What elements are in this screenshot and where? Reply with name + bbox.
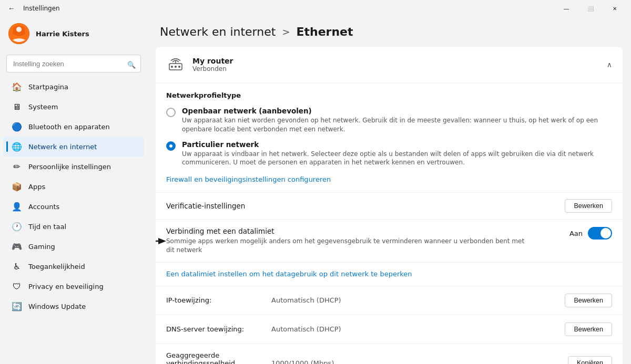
titlebar-title: Instellingen [23,5,60,12]
sidebar-item-toegankelijkheid[interactable]: ♿ Toegankelijkheid [3,256,144,276]
datalimiet-desc: Sommige apps werken mogelijk anders om h… [166,237,534,255]
avatar-graphic [8,23,29,44]
radio-particulier[interactable] [166,141,176,151]
ip-label-2: Geaggregeerde verbindingssnelheid (ontva… [166,351,271,364]
sidebar-item-tijd[interactable]: 🕐 Tijd en taal [3,216,144,236]
nav-icon-systeem: 🖥 [12,101,22,112]
nav-icon-persoonlijk: ✏ [12,161,22,172]
search-container: 🔍 [0,53,147,77]
search-icon: 🔍 [127,61,136,69]
sidebar-item-privacy[interactable]: 🛡 Privacy en beveiliging [3,276,144,296]
nav-label-apps: Apps [28,183,45,191]
sidebar-item-accounts[interactable]: 👤 Accounts [3,196,144,216]
svg-marker-8 [158,238,166,244]
back-button[interactable]: ← [4,1,19,16]
ip-row-1: DNS-server toewijzing: Automatisch (DHCP… [156,315,623,344]
ip-value-1: Automatisch (DHCP) [271,325,565,333]
maximize-button[interactable]: ⬜ [578,0,603,17]
main-content: Netwerk en internet > Ethernet [147,17,631,364]
router-icon [166,55,185,74]
ip-label-1: DNS-server toewijzing: [166,325,271,333]
radio-option-openbaar[interactable]: Openbaar netwerk (aanbevolen) Uw apparaa… [166,107,612,134]
nav-label-systeem: Systeem [28,103,58,111]
ip-row-0: IP-toewijzing: Automatisch (DHCP) Bewerk… [156,286,623,315]
sidebar: Harrie Kisters 🔍 🏠 Startpagina 🖥 Systeem… [0,17,147,364]
sidebar-item-systeem[interactable]: 🖥 Systeem [3,97,144,117]
radio-particulier-label: Particulier netwerk [182,140,612,149]
app-body: Harrie Kisters 🔍 🏠 Startpagina 🖥 Systeem… [0,17,631,364]
datalimiet-toggle[interactable] [588,227,612,240]
nav-list: 🏠 Startpagina 🖥 Systeem 🔵 Bluetooth en a… [0,77,147,316]
nav-label-privacy: Privacy en beveiliging [28,283,104,290]
close-button[interactable]: ✕ [603,0,627,17]
datalimiet-right: Aan [569,227,612,240]
search-input[interactable] [6,55,141,72]
sidebar-item-windows_update[interactable]: 🔄 Windows Update [3,296,144,316]
nav-icon-toegankelijkheid: ♿ [12,261,22,272]
back-icon: ← [8,4,15,13]
sidebar-item-netwerk[interactable]: 🌐 Netwerk en internet [3,137,144,157]
router-info: My router Verbonden [166,55,233,74]
router-header: My router Verbonden ∧ [156,47,623,83]
ip-button-1[interactable]: Bewerken [565,323,612,336]
verificatie-label: Verificatie-instellingen [166,202,245,210]
sidebar-item-gaming[interactable]: 🎮 Gaming [3,236,144,256]
network-profile-title: Netwerkprofieltype [166,91,612,99]
user-profile: Harrie Kisters [0,17,147,53]
svg-point-4 [175,66,177,68]
router-svg [167,56,184,73]
nav-label-bluetooth: Bluetooth en apparaten [28,123,110,131]
minimize-button[interactable]: — [554,0,578,17]
nav-icon-tijd: 🕐 [12,221,22,232]
nav-label-accounts: Accounts [28,203,59,211]
nav-icon-apps: 📦 [12,181,22,192]
nav-label-persoonlijk: Persoonlijke instellingen [28,163,111,171]
sidebar-item-bluetooth[interactable]: 🔵 Bluetooth en apparaten [3,117,144,137]
datalimiet-row: Verbinding met een datalimiet Sommige ap… [156,220,623,263]
datalimiet-link[interactable]: Een datalimiet instellen om het datagebr… [166,270,412,278]
radio-openbaar[interactable] [166,108,176,117]
svg-point-3 [171,66,173,68]
nav-icon-gaming: 🎮 [12,241,22,252]
radio-particulier-content: Particulier netwerk Uw apparaat is vindb… [182,140,612,168]
toggle-label: Aan [569,230,583,237]
radio-particulier-desc: Uw apparaat is vindbaar in het netwerk. … [182,150,612,168]
svg-point-1 [16,27,22,32]
avatar [8,23,29,44]
breadcrumb-parent: Netwerk en internet [160,25,276,38]
ip-value-2: 1000/1000 (Mbps) [271,359,568,364]
sidebar-item-persoonlijk[interactable]: ✏ Persoonlijke instellingen [3,157,144,176]
arrow-svg [156,236,166,246]
ip-value-0: Automatisch (DHCP) [271,296,565,304]
content-card: My router Verbonden ∧ Netwerkprofieltype… [156,47,623,364]
datalimiet-title: Verbinding met een datalimiet [166,227,559,235]
datalimiet-link-row: Een datalimiet instellen om het datagebr… [156,263,623,286]
datalimiet-wrapper: Verbinding met een datalimiet Sommige ap… [156,220,623,263]
verificatie-button[interactable]: Bewerken [565,199,612,213]
nav-icon-netwerk: 🌐 [12,141,22,152]
datalimiet-left: Verbinding met een datalimiet Sommige ap… [166,227,559,255]
sidebar-item-apps[interactable]: 📦 Apps [3,176,144,196]
nav-label-tijd: Tijd en taal [28,223,66,231]
breadcrumb-current: Ethernet [296,25,353,38]
nav-icon-privacy: 🛡 [12,281,22,292]
arrow-annotation [156,236,166,246]
ip-button-2[interactable]: Kopiëren [568,356,612,364]
chevron-up-icon[interactable]: ∧ [607,60,612,69]
titlebar: ← Instellingen — ⬜ ✕ [0,0,631,17]
titlebar-left: ← Instellingen [4,1,60,16]
ip-button-0[interactable]: Bewerken [565,294,612,307]
sidebar-item-startpagina[interactable]: 🏠 Startpagina [3,77,144,97]
radio-openbaar-label: Openbaar netwerk (aanbevolen) [182,107,612,115]
breadcrumb-separator: > [282,26,290,37]
network-profile-section: Netwerkprofieltype Openbaar netwerk (aan… [156,83,623,193]
radio-openbaar-content: Openbaar netwerk (aanbevolen) Uw apparaa… [182,107,612,134]
router-text: My router Verbonden [192,57,233,72]
ip-rows-container: IP-toewijzing: Automatisch (DHCP) Bewerk… [156,286,623,364]
nav-icon-startpagina: 🏠 [12,81,22,92]
nav-label-toegankelijkheid: Toegankelijkheid [28,263,85,271]
nav-label-startpagina: Startpagina [28,83,68,91]
radio-option-particulier[interactable]: Particulier netwerk Uw apparaat is vindb… [166,140,612,168]
ip-row-2: Geaggregeerde verbindingssnelheid (ontva… [156,344,623,364]
firewall-link[interactable]: Firewall en beveiligingsinstellingen con… [166,175,331,183]
